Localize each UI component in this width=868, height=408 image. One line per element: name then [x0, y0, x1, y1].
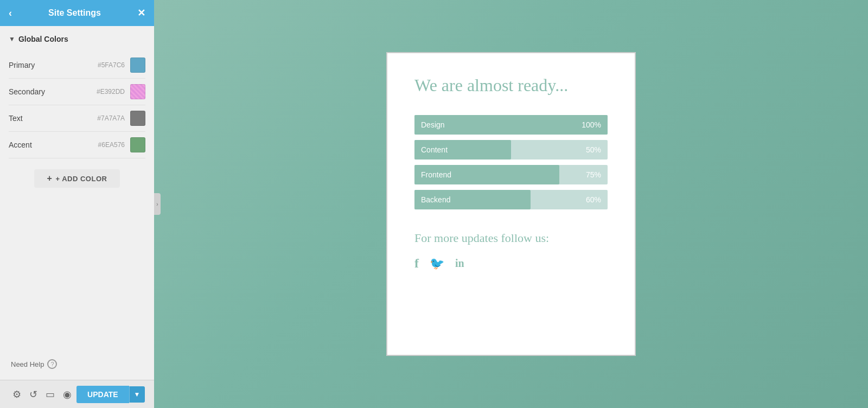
update-button[interactable]: UPDATE [76, 386, 129, 403]
color-hex-text: #7A7A7A [97, 114, 125, 122]
twitter-icon[interactable]: 🐦 [430, 257, 444, 271]
progress-label: Content [414, 145, 586, 154]
progress-bar-container: Content 50% [414, 140, 608, 160]
progress-percent: 100% [582, 120, 608, 129]
need-help-label: Need Help [11, 360, 44, 368]
eye-icon-button[interactable]: ◉ [60, 385, 75, 404]
history-icon-button[interactable]: ↺ [26, 385, 41, 404]
follow-section: For more updates follow us: f 🐦 in [414, 231, 608, 271]
color-hex-primary: #5FA7C6 [98, 61, 125, 69]
color-row-accent: Accent #6EA576 [9, 132, 145, 158]
update-btn-group: UPDATE ▼ [76, 386, 144, 403]
linkedin-icon[interactable]: in [455, 257, 464, 270]
progress-bar-container: Frontend 75% [414, 165, 608, 184]
preview-title: We are almost ready... [414, 75, 608, 95]
need-help-section[interactable]: Need Help ? [0, 348, 154, 380]
sidebar: ‹ Site Settings ✕ ▼ Global Colors Primar… [0, 0, 154, 408]
color-row-text: Text #7A7A7A [9, 105, 145, 132]
update-dropdown-button[interactable]: ▼ [129, 386, 145, 403]
color-swatch-primary[interactable] [130, 58, 145, 73]
progress-item: Frontend 75% [414, 165, 608, 184]
color-label-primary: Primary [9, 61, 98, 69]
content-area: We are almost ready... Design 100% Conte… [154, 0, 868, 408]
preview-card: We are almost ready... Design 100% Conte… [386, 52, 636, 356]
social-icons: f 🐦 in [414, 256, 608, 271]
color-swatch-secondary[interactable] [130, 84, 145, 99]
progress-bar-container: Backend 60% [414, 190, 608, 209]
progress-label: Design [414, 120, 582, 129]
color-hex-secondary: #E392DD [97, 88, 125, 95]
help-icon: ? [47, 359, 57, 369]
color-swatch-text[interactable] [130, 111, 145, 126]
color-label-accent: Accent [9, 141, 98, 149]
progress-bar-container: Design 100% [414, 115, 608, 135]
color-hex-accent: #6EA576 [98, 141, 125, 149]
close-button[interactable]: ✕ [137, 7, 145, 19]
progress-item: Backend 60% [414, 190, 608, 209]
facebook-icon[interactable]: f [414, 256, 419, 271]
color-swatch-accent[interactable] [130, 137, 145, 152]
sidebar-title: Site Settings [12, 8, 137, 18]
color-label-text: Text [9, 114, 97, 123]
sidebar-content: ▼ Global Colors Primary #5FA7C6 Secondar… [0, 26, 154, 348]
color-row-primary: Primary #5FA7C6 [9, 52, 145, 79]
sidebar-header: ‹ Site Settings ✕ [0, 0, 154, 26]
progress-label: Frontend [414, 170, 586, 179]
progress-section: Design 100% Content 50% Frontend 75% Bac… [414, 115, 608, 209]
follow-title: For more updates follow us: [414, 231, 608, 245]
plus-icon: + [47, 174, 53, 183]
add-color-label: + ADD COLOR [55, 175, 107, 183]
global-colors-section-header[interactable]: ▼ Global Colors [9, 35, 145, 43]
display-icon-button[interactable]: ▭ [42, 385, 58, 404]
progress-percent: 75% [586, 170, 608, 179]
chevron-down-icon: ▼ [9, 35, 15, 43]
color-row-secondary: Secondary #E392DD [9, 79, 145, 105]
progress-percent: 60% [586, 195, 608, 204]
sidebar-footer: ⚙ ↺ ▭ ◉ UPDATE ▼ [0, 380, 154, 408]
collapse-sidebar-handle[interactable]: › [154, 193, 161, 215]
progress-item: Content 50% [414, 140, 608, 160]
progress-percent: 50% [586, 145, 608, 154]
progress-item: Design 100% [414, 115, 608, 135]
color-label-secondary: Secondary [9, 87, 97, 96]
add-color-button[interactable]: + + ADD COLOR [34, 169, 120, 188]
progress-label: Backend [414, 195, 586, 204]
section-title: Global Colors [18, 35, 68, 43]
settings-icon-button[interactable]: ⚙ [9, 385, 24, 404]
